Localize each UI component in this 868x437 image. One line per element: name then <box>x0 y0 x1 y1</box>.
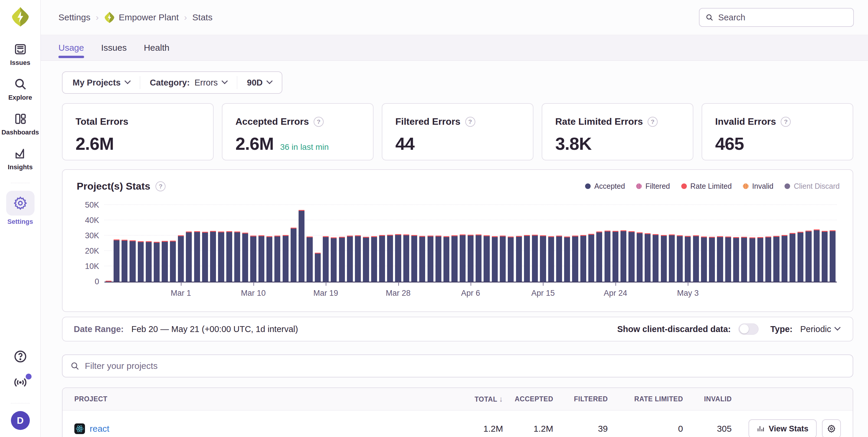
tab-issues[interactable]: Issues <box>101 35 127 61</box>
project-selector-label: My Projects <box>72 78 121 88</box>
legend-item-rate-limited[interactable]: Rate Limited <box>681 182 732 191</box>
y-axis-tick-label: 40K <box>85 216 99 225</box>
stacked-bar-may-18 <box>805 231 811 281</box>
stacked-bar-mar-5 <box>210 231 216 281</box>
card-accepted-errors: Accepted Errors ? 2.6M 36 in last min <box>222 103 374 160</box>
column-total-sorted[interactable]: TOTAL↓ <box>444 395 503 404</box>
help-button[interactable] <box>13 349 27 364</box>
stacked-bar-apr-16 <box>548 236 554 281</box>
tab-usage[interactable]: Usage <box>58 35 84 61</box>
global-search[interactable] <box>699 8 854 27</box>
stacked-bar-may-17 <box>798 232 803 281</box>
sidebar-item-dashboards[interactable]: Dashboards <box>3 111 38 136</box>
project-filter-search[interactable] <box>62 355 853 377</box>
legend-label: Rate Limited <box>690 182 732 191</box>
sidebar: Issues Explore Dashboards Insights <box>0 0 41 437</box>
search-icon <box>706 13 713 22</box>
client-discard-toggle[interactable] <box>739 324 758 335</box>
period-selector[interactable]: 90D <box>237 72 282 93</box>
breadcrumb-stats: Stats <box>192 12 212 23</box>
stacked-bar-apr-4 <box>452 235 457 281</box>
type-selector[interactable]: Periodic <box>800 324 840 334</box>
column-rate-limited[interactable]: RATE LIMITED <box>608 395 683 403</box>
column-invalid[interactable]: INVALID <box>683 395 732 403</box>
help-tooltip-icon[interactable]: ? <box>155 181 165 191</box>
stacked-bar-apr-2 <box>435 236 441 281</box>
legend-item-filtered[interactable]: Filtered <box>636 182 670 191</box>
column-filtered[interactable]: FILTERED <box>553 395 608 403</box>
stacked-bar-mar-12 <box>267 236 272 281</box>
stacked-bar-mar-8 <box>234 232 240 281</box>
legend-item-invalid[interactable]: Invalid <box>743 182 773 191</box>
toggle-knob <box>740 324 749 334</box>
stacked-bar-apr-26 <box>628 231 634 281</box>
cell-invalid: 305 <box>683 424 732 434</box>
gear-icon <box>13 196 28 210</box>
project-cell: react <box>74 424 444 434</box>
legend-item-accepted[interactable]: Accepted <box>585 182 625 191</box>
legend-dot <box>784 183 790 189</box>
stacked-bar-mar-19 <box>323 236 329 281</box>
card-rate-limited-errors: Rate Limited Errors ? 3.8K <box>542 103 693 160</box>
card-value: 2.6M <box>75 134 114 154</box>
whats-new-button[interactable] <box>13 376 28 388</box>
sidebar-item-label: Explore <box>8 94 32 101</box>
view-stats-button[interactable]: View Stats <box>748 419 817 437</box>
gridline <box>104 220 837 220</box>
x-axis-tick <box>688 281 688 286</box>
stacked-bar-may-6 <box>709 237 715 281</box>
project-filter-input[interactable] <box>85 361 845 371</box>
x-axis-tick <box>471 281 471 286</box>
stacked-bar-may-9 <box>733 237 739 281</box>
card-value: 3.8K <box>555 134 592 154</box>
stacked-bar-apr-29 <box>653 234 658 281</box>
project-link[interactable]: react <box>90 424 110 434</box>
legend-item-client-discard[interactable]: Client Discard <box>784 182 840 191</box>
sidebar-item-explore[interactable]: Explore <box>3 77 38 101</box>
sidebar-item-insights[interactable]: Insights <box>3 146 38 171</box>
x-axis-tick-label: May 3 <box>677 289 699 298</box>
project-selector[interactable]: My Projects <box>63 72 140 93</box>
tab-health[interactable]: Health <box>144 35 169 61</box>
sidebar-item-issues[interactable]: Issues <box>3 42 38 67</box>
help-tooltip-icon[interactable]: ? <box>314 117 324 127</box>
stacked-bar-mar-21 <box>339 237 345 281</box>
y-axis-tick-label: 20K <box>85 246 99 256</box>
stacked-bar-may-1 <box>669 234 675 281</box>
column-project[interactable]: PROJECT <box>74 395 444 403</box>
stacked-bar-apr-1 <box>428 236 433 281</box>
stacked-bar-mar-15 <box>290 228 297 281</box>
help-tooltip-icon[interactable]: ? <box>465 117 475 127</box>
sentry-org-logo-icon[interactable] <box>11 6 30 27</box>
sidebar-item-settings[interactable]: Settings <box>3 191 38 226</box>
cell-rate-limited: 0 <box>608 424 683 434</box>
stacked-bar-mar-27 <box>387 235 393 281</box>
stacked-bar-apr-11 <box>508 236 514 281</box>
column-accepted[interactable]: ACCEPTED <box>503 395 553 403</box>
card-trend-label: 36 in last min <box>280 142 329 152</box>
global-search-input[interactable] <box>718 13 847 23</box>
sidebar-bottom: D <box>0 349 40 437</box>
stacked-bar-mar-28 <box>395 234 401 281</box>
breadcrumb-separator-icon: › <box>184 12 187 23</box>
stacked-bar-apr-19 <box>572 236 578 281</box>
user-avatar[interactable]: D <box>11 411 30 430</box>
stacked-bar-feb-27 <box>162 241 167 281</box>
chart-plot[interactable]: 010K20K30K40K50KMar 1Mar 10Mar 19Mar 28A… <box>104 205 837 282</box>
date-range-label: Date Range: <box>74 324 124 334</box>
help-tooltip-icon[interactable]: ? <box>781 117 791 127</box>
category-selector[interactable]: Category: Errors <box>140 72 237 93</box>
breadcrumb-settings[interactable]: Settings <box>58 12 90 23</box>
stacked-bar-apr-25 <box>620 230 626 281</box>
stacked-bar-apr-3 <box>443 236 450 281</box>
search-icon <box>70 361 80 371</box>
breadcrumb-project[interactable]: Empower Plant <box>104 11 179 23</box>
stacked-bar-apr-10 <box>500 236 506 281</box>
x-axis-tick-label: Apr 6 <box>461 289 480 298</box>
stacked-bar-apr-30 <box>661 235 667 281</box>
project-settings-button[interactable] <box>822 419 841 437</box>
stacked-bar-may-14 <box>773 236 779 281</box>
broadcast-icon <box>13 376 28 388</box>
stacked-bar-mar-18 <box>315 253 321 281</box>
help-tooltip-icon[interactable]: ? <box>648 117 658 127</box>
